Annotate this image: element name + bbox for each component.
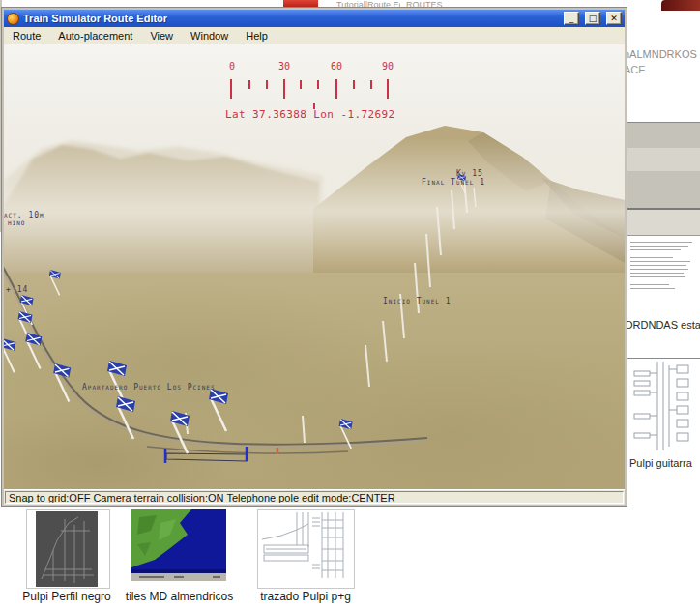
ruler-tick-short [370,80,372,89]
background-titlebar-corner [661,0,700,11]
ruler-tick-long [230,79,232,99]
flag-marker[interactable] [4,338,15,372]
file-name-almndrkos[interactable]: hALMNDRKOS [624,48,700,60]
screen: Tutorial|Route Edit ROUTES hALMNDRKOS AC… [0,0,700,610]
file-name-ace[interactable]: ACE [624,64,700,75]
divider-line [627,358,700,359]
menu-help[interactable]: Help [237,28,277,44]
app-icon [7,13,19,25]
thumbnail-pulpi-perfil[interactable] [26,509,110,589]
railway-track[interactable] [4,259,427,453]
ruler-tick-short [248,80,250,89]
drawing-thumbnail-image [628,360,700,452]
thumbnail-trazado[interactable] [257,509,355,589]
menu-window[interactable]: Window [182,28,237,44]
label-kv15: Kv 15 [456,169,483,178]
latlon-readout: Lat 37.36388 Lon -1.72692 [225,108,395,121]
menu-route[interactable]: Route [4,28,49,44]
title-bar[interactable]: Train Simulator Route Editor _ □ ✕ [4,10,625,27]
minimize-button[interactable]: _ [564,12,579,25]
background-red-button[interactable] [283,0,318,8]
ruler-label-0: 0 [222,61,242,72]
label-edge-line2: hino [8,218,25,227]
status-bar: Snap to grid:OFF Camera terrain collisio… [4,489,625,505]
drawing-thumbnail[interactable] [628,360,700,452]
ruler-tick-short [317,80,319,89]
maximize-button[interactable]: □ [585,12,600,25]
background-band [627,148,700,171]
close-button[interactable]: ✕ [606,12,622,25]
thumbnail-label-trazado[interactable]: trazado Pulpi p+g [253,590,358,603]
flag-marker[interactable] [25,333,42,368]
background-band [627,210,700,235]
menu-auto-placement[interactable]: Auto-placement [49,28,141,44]
flag-marker[interactable] [107,361,127,403]
ruler-tick-short [353,80,355,89]
document-thumbnail[interactable] [628,238,696,315]
scene-viewport[interactable]: 0 30 60 90 Lat 37.36388 Lon -1.72692 Kv … [4,44,625,489]
flag-marker[interactable] [49,270,61,295]
thumbnail-tiles-md[interactable] [131,509,226,581]
thumbnail-label-tiles-md[interactable]: tiles MD almendricos [124,590,235,603]
thumbnail-label-pulpi-perfil[interactable]: Pulpi Perfil negro [8,590,126,603]
ruler-tick-long [335,79,337,99]
status-text: Snap to grid:OFF Camera terrain collisio… [5,491,624,504]
telephone-pole-line[interactable] [186,178,476,443]
ruler-tick-long [387,79,389,99]
label-km14: + 14 [6,285,28,294]
file-name-ordndas[interactable]: ORDNDAS estac [625,319,700,331]
file-name-pulpi-guitarra[interactable]: Pulpi guitarra [629,457,692,469]
ruler-tick-short [266,80,268,89]
flag-marker[interactable] [209,389,228,431]
ruler-label-30: 30 [275,61,294,72]
label-final-tunel: Final Tunel 1 [422,178,485,187]
ruler-label-60: 60 [327,61,346,72]
window-title: Train Simulator Route Editor [23,13,558,24]
background-band [627,123,700,148]
label-apartadero: Apartadero Puerto Los Pcines [82,383,216,392]
background-band [627,171,700,208]
divider-line [627,235,700,236]
menu-bar: Route Auto-placement View Window Help [4,27,625,44]
thumbnail-tiles-md-image [131,509,226,581]
thumbnail-trazado-image [258,510,352,586]
route-editor-window: Train Simulator Route Editor _ □ ✕ Route… [2,8,627,506]
flag-markers[interactable] [4,174,466,453]
thumbnail-pulpi-perfil-image [36,511,116,587]
label-inicio-tunel: Inicio Tunel 1 [383,297,452,305]
menu-view[interactable]: View [141,28,182,44]
ruler-tick-short [300,80,302,89]
ruler-tick-long [283,79,285,99]
ruler-label-90: 90 [378,61,397,72]
